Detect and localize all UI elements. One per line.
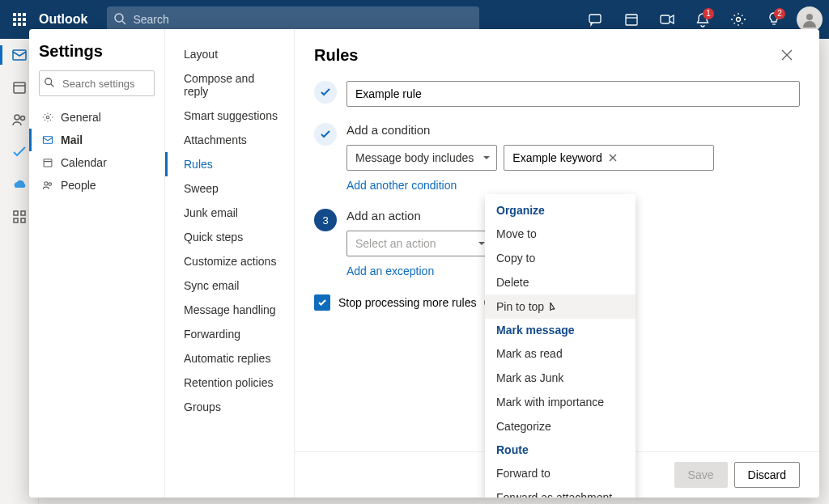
gear-icon	[41, 111, 54, 124]
rule-name-input[interactable]	[346, 81, 800, 107]
tips-badge: 2	[774, 8, 785, 19]
svg-point-8	[806, 14, 813, 20]
svg-rect-21	[43, 137, 52, 143]
subnav-item[interactable]: Junk email	[165, 201, 294, 225]
svg-rect-9	[13, 50, 26, 60]
nav-calendar[interactable]: Calendar	[29, 151, 155, 174]
brand-label: Outlook	[39, 12, 87, 27]
svg-rect-3	[626, 15, 637, 25]
nav-mail[interactable]: Mail	[29, 129, 155, 151]
discard-button[interactable]: Discard	[734, 462, 800, 488]
subnav-item[interactable]: Forwarding	[165, 322, 294, 346]
menu-group-title: Mark message	[485, 319, 636, 341]
subnav-item[interactable]: Quick steps	[165, 225, 294, 249]
menu-item[interactable]: Pin to top	[485, 294, 636, 319]
menu-item[interactable]: Forward to	[485, 461, 636, 485]
svg-rect-2	[589, 15, 601, 23]
stop-processing-label: Stop processing more rules	[338, 296, 476, 309]
condition-value-chip[interactable]: Example keyword	[504, 145, 714, 171]
menu-item[interactable]: Delete	[485, 270, 636, 294]
svg-point-13	[20, 116, 24, 121]
svg-point-25	[49, 183, 52, 186]
nav-people[interactable]: People	[29, 174, 155, 197]
menu-item[interactable]: Mark as Junk	[485, 366, 636, 390]
svg-line-1	[122, 21, 125, 24]
svg-rect-5	[661, 15, 670, 23]
calendar-icon	[41, 156, 54, 169]
subnav-item[interactable]: Sync email	[165, 273, 294, 298]
stop-processing-checkbox[interactable]	[314, 294, 330, 311]
menu-item[interactable]: Categorize	[485, 414, 636, 438]
rail-calendar-icon[interactable]	[10, 78, 29, 97]
settings-search-input[interactable]	[39, 70, 155, 96]
chip-label: Example keyword	[512, 151, 602, 164]
svg-line-19	[51, 84, 54, 87]
app-launcher-icon[interactable]	[6, 6, 32, 32]
step-3-badge: 3	[314, 209, 337, 231]
svg-point-24	[45, 182, 48, 185]
subnav-item[interactable]: Automatic replies	[165, 346, 294, 371]
svg-point-0	[115, 14, 123, 22]
search-icon	[44, 77, 55, 88]
svg-rect-16	[14, 218, 18, 222]
svg-rect-17	[21, 218, 25, 222]
add-exception-link[interactable]: Add an exception	[346, 265, 434, 277]
subnav-item[interactable]: Sweep	[165, 176, 294, 201]
svg-rect-22	[44, 159, 52, 167]
nav-label: General	[61, 111, 101, 124]
save-button[interactable]: Save	[674, 462, 728, 488]
settings-dialog: Settings General Mail Calendar People La…	[29, 29, 819, 498]
add-condition-link[interactable]: Add another condition	[346, 179, 457, 192]
svg-point-18	[45, 78, 52, 85]
step-1-badge	[314, 81, 337, 104]
subnav-item[interactable]: Rules	[165, 152, 294, 176]
menu-group-title: Route	[485, 438, 636, 461]
search-icon	[113, 12, 126, 25]
subnav-item[interactable]: Customize actions	[165, 249, 294, 273]
rail-apps-icon[interactable]	[10, 207, 29, 227]
nav-label: Calendar	[61, 156, 107, 169]
subnav-item[interactable]: Attachments	[165, 128, 294, 152]
rail-mail-icon[interactable]	[10, 45, 29, 65]
rail-people-icon[interactable]	[10, 110, 29, 129]
subnav-item[interactable]: Groups	[165, 395, 294, 419]
remove-chip-icon[interactable]	[609, 151, 617, 164]
settings-title: Settings	[39, 42, 155, 61]
close-button[interactable]	[774, 42, 800, 68]
rail-onedrive-icon[interactable]	[10, 175, 29, 194]
subnav-item[interactable]: Layout	[165, 42, 294, 66]
subnav-item[interactable]: Smart suggestions	[165, 104, 294, 128]
svg-rect-10	[14, 83, 25, 93]
condition-label: Add a condition	[346, 123, 800, 137]
svg-point-20	[46, 116, 49, 119]
people-icon	[41, 179, 54, 192]
mail-icon	[41, 133, 54, 146]
svg-point-12	[15, 115, 19, 120]
nav-label: Mail	[61, 133, 83, 146]
subnav-item[interactable]: Message handling	[165, 298, 294, 322]
subnav-item[interactable]: Retention policies	[165, 371, 294, 395]
menu-group-title: Organize	[485, 199, 636, 222]
action-dropdown-menu: OrganizeMove toCopy toDeletePin to topMa…	[485, 194, 636, 498]
menu-item[interactable]: Copy to	[485, 246, 636, 270]
step-2-badge	[314, 123, 337, 146]
subnav-item[interactable]: Compose and reply	[165, 66, 294, 104]
nav-label: People	[61, 179, 96, 192]
condition-dropdown[interactable]: Message body includes	[346, 145, 497, 171]
svg-rect-14	[14, 211, 18, 215]
menu-item[interactable]: Mark as read	[485, 341, 636, 366]
page-title: Rules	[314, 46, 358, 65]
notifications-badge: 1	[703, 8, 714, 19]
action-dropdown[interactable]: Select an action	[346, 231, 492, 256]
svg-rect-15	[21, 211, 25, 215]
menu-item[interactable]: Move to	[485, 222, 636, 246]
svg-point-6	[737, 18, 741, 22]
rail-todo-icon[interactable]	[10, 142, 29, 162]
nav-general[interactable]: General	[29, 106, 155, 129]
menu-item[interactable]: Mark with importance	[485, 390, 636, 414]
menu-item[interactable]: Forward as attachment	[485, 485, 636, 498]
